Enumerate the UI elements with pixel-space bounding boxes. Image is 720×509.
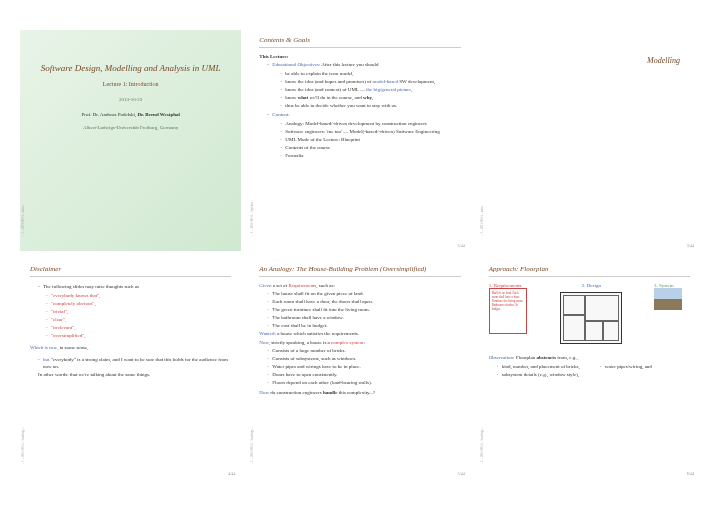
thought-item: "irrelevant",	[46, 324, 231, 331]
course-title: Software Design, Modelling and Analysis …	[35, 63, 226, 73]
section-title: Modelling	[647, 56, 680, 68]
slide-title: An Analogy: The House-Building Problem (…	[259, 265, 460, 277]
req-item: The house shall fit on the given piece o…	[267, 290, 460, 297]
thought-item: "trivial",	[46, 308, 231, 315]
date: 2013-10-23	[35, 97, 226, 102]
other-line: In other words: that we're talking about…	[38, 372, 231, 377]
side-label: – 1 – 2013-10-23 – main –	[480, 204, 484, 236]
slide-title: Approach: Floorplan	[489, 265, 690, 277]
observation-line: Observation: Floorplan abstracts from, e…	[489, 355, 690, 360]
now-line: Now, strictly speaking, a house is a com…	[259, 340, 460, 345]
obs-item: kind, number, and placement of bricks,	[497, 363, 580, 370]
page-number: 6/44	[687, 471, 694, 476]
edu-objectives: Educational Objectives: After this lectu…	[267, 61, 460, 109]
req-item: The bathroom shall have a window.	[267, 314, 460, 321]
thought-item: "everybody knows that",	[46, 292, 231, 299]
but-line: but "everybody" is a strong claim, and I…	[38, 356, 231, 370]
complex-item: Consists of a huge number of bricks.	[267, 347, 460, 354]
content-item: Formalia	[280, 152, 460, 159]
slide-analogy: An Analogy: The House-Building Problem (…	[249, 259, 470, 480]
complex-item: Doors have to open consistently.	[267, 371, 460, 378]
slide-disclaimer: Disclaimer The following slides may rais…	[20, 259, 241, 480]
req-item: The green furniture shall fit into the l…	[267, 306, 460, 313]
content-item: UML Mode of the Lecture: Blueprint	[280, 136, 460, 143]
floorplan-diagram	[560, 292, 622, 344]
how-line: How do construction engineers handle thi…	[259, 390, 460, 395]
obj-item: know what we'll do in the course, and wh…	[280, 94, 460, 101]
req-item: Each room shall have a door, the doors s…	[267, 298, 460, 305]
content-label: Content: Analogy: Model-based/-driven de…	[267, 111, 460, 159]
page-number: 4/44	[228, 471, 235, 476]
house-photo	[654, 288, 682, 310]
step-design: 2. Design	[535, 283, 648, 288]
wanted-line: Wanted: a house which satisfies the requ…	[259, 331, 460, 336]
page-number: 3/44	[687, 243, 694, 248]
content-item: Analogy: Model-based/-driven development…	[280, 120, 460, 127]
given-line: Given a set of Requirements, such as:	[259, 283, 460, 288]
obj-item: know the idea (and context) of UML — the…	[280, 86, 460, 93]
author: Prof. Dr. Andreas Podelski, Dr. Bernd We…	[35, 112, 226, 117]
this-lecture-label: This Lecture:	[259, 54, 460, 59]
obj-item: be able to explain the term model,	[280, 70, 460, 77]
thought-item: "completely obvious",	[46, 300, 231, 307]
obs-item: subsystem details (e.g., window style),	[497, 371, 580, 378]
slide-contents-goals: Contents & Goals This Lecture: Education…	[249, 30, 470, 251]
requirements-box: Shall fit on land. Each room shall have …	[489, 288, 527, 334]
side-label: – 1 – 2013-10-23 – Sanalogy –	[21, 427, 25, 464]
complex-item: Consists of subsystems, such as windows.	[267, 355, 460, 362]
slide-title: Disclaimer	[30, 265, 231, 277]
page-number: 2/44	[458, 243, 465, 248]
side-label: – 1 – 2013-10-23 – Sprelim –	[250, 200, 254, 236]
slide-approach: Approach: Floorplan 1. Requirements Shal…	[479, 259, 700, 480]
which-line: Which is true, in some sense,	[30, 345, 231, 350]
obj-item: know the idea (and hopes and promises) o…	[280, 78, 460, 85]
content-item: Software engineers: 'me too' — Model(-ba…	[280, 128, 460, 135]
lecture-subtitle: Lecture 1: Introduction	[35, 81, 226, 87]
content-item: Contents of the course	[280, 144, 460, 151]
institution: Albert-Ludwigs-Universität Freiburg, Ger…	[35, 125, 226, 130]
side-label: – 1 – 2013-10-23 – Sanalogy –	[250, 427, 254, 464]
obj-item: thus be able to decide whether you want …	[280, 102, 460, 109]
thought-item: "clear",	[46, 316, 231, 323]
slide-modelling: Modelling 3/44 – 1 – 2013-10-23 – main –	[479, 30, 700, 251]
side-label: – 1 – 2013-10-23 – Sanalogy –	[480, 427, 484, 464]
complex-item: Water pipes and wirings have to be in pl…	[267, 363, 460, 370]
side-label: – 1 – 2013-10-23 – main –	[21, 204, 25, 236]
slide-title: Software Design, Modelling and Analysis …	[20, 30, 241, 251]
complex-item: Floors depend on each other (load-bearin…	[267, 379, 460, 386]
slide-title: Contents & Goals	[259, 36, 460, 48]
intro-text: The following slides may raise thoughts …	[38, 283, 231, 290]
thought-item: "oversimplified",	[46, 332, 231, 339]
obs-item: water pipes/wiring, and	[600, 363, 652, 370]
page-number: 5/44	[458, 471, 465, 476]
req-item: The cost shall be in budget.	[267, 322, 460, 329]
